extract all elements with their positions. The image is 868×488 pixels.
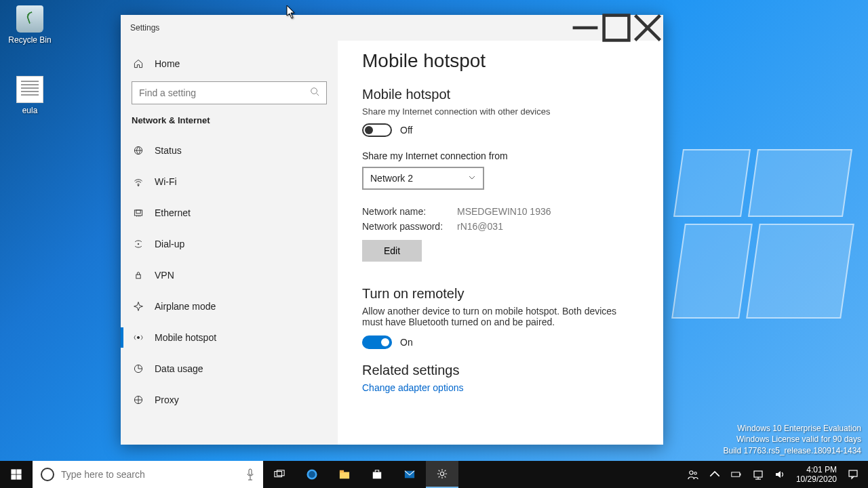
minimize-button[interactable]: [570, 15, 601, 41]
sidebar-category: Network & Internet: [121, 115, 338, 125]
from-dropdown[interactable]: Network 2: [362, 167, 484, 190]
sidebar-item-label: Airplane mode: [155, 301, 216, 312]
mic-icon: [245, 468, 255, 481]
svg-rect-20: [12, 475, 16, 479]
svg-rect-26: [340, 472, 349, 479]
network-name-label: Network name:: [362, 206, 457, 217]
hotspot-icon: [132, 331, 145, 344]
share-toggle-state: Off: [400, 125, 412, 136]
from-label: Share my Internet connection from: [362, 150, 639, 161]
remote-toggle-state: On: [400, 337, 413, 348]
cortana-icon: [41, 468, 54, 481]
taskbar-mail[interactable]: [393, 461, 426, 488]
tray-people[interactable]: [682, 461, 704, 488]
sidebar-item-dialup[interactable]: Dial-up: [121, 228, 338, 260]
taskbar-store[interactable]: [361, 461, 393, 488]
sidebar-home[interactable]: Home: [121, 49, 338, 79]
svg-rect-19: [17, 470, 21, 474]
svg-rect-27: [340, 470, 344, 473]
sidebar-item-proxy[interactable]: Proxy: [121, 384, 338, 415]
svg-line-5: [317, 94, 319, 96]
related-heading: Related settings: [362, 363, 639, 378]
sidebar-item-status[interactable]: Status: [121, 135, 338, 166]
share-heading: Mobile hotspot: [362, 87, 639, 102]
share-toggle[interactable]: Off: [362, 123, 639, 137]
related-link[interactable]: Change adapter options: [362, 382, 639, 393]
watermark-line: Windows 10 Enterprise Evaluation: [724, 423, 862, 434]
maximize-button[interactable]: [601, 15, 632, 41]
network-password-label: Network password:: [362, 221, 457, 232]
dialup-icon: [132, 237, 145, 251]
svg-point-15: [137, 336, 139, 338]
from-dropdown-value: Network 2: [370, 173, 413, 184]
taskbar-search-input[interactable]: [61, 469, 245, 480]
vpn-icon: [132, 268, 145, 282]
desktop-icon-recycle-bin[interactable]: Recycle Bin: [5, 5, 54, 45]
clock-time: 4:01 PM: [796, 465, 837, 474]
page-title: Mobile hotspot: [362, 50, 639, 72]
sidebar-item-label: Ethernet: [155, 207, 191, 218]
svg-point-32: [694, 472, 697, 474]
search-input-box[interactable]: [132, 81, 327, 104]
sidebar-item-airplane[interactable]: Airplane mode: [121, 291, 338, 322]
svg-rect-33: [732, 472, 740, 476]
sidebar-item-label: Wi-Fi: [155, 176, 177, 187]
svg-rect-24: [277, 470, 284, 476]
settings-window: Settings Home Network & Internet Status: [121, 15, 663, 445]
sidebar-item-label: Proxy: [155, 394, 179, 405]
sidebar-item-label: Mobile hotspot: [155, 332, 216, 343]
desktop-watermark: Windows 10 Enterprise Evaluation Windows…: [724, 423, 862, 457]
tray-chevron-up[interactable]: [704, 461, 726, 488]
start-button[interactable]: [0, 461, 33, 488]
taskbar-search[interactable]: [33, 461, 263, 488]
tray-volume-icon[interactable]: [769, 461, 791, 488]
svg-rect-21: [17, 475, 21, 479]
sidebar-item-data[interactable]: Data usage: [121, 353, 338, 384]
svg-rect-9: [136, 210, 140, 214]
svg-rect-1: [604, 16, 629, 41]
ethernet-icon: [132, 206, 145, 220]
sidebar-item-hotspot[interactable]: Mobile hotspot: [121, 322, 338, 353]
task-view-button[interactable]: [263, 461, 296, 488]
chevron-down-icon: [468, 173, 476, 184]
svg-rect-35: [754, 471, 762, 477]
desktop-icon-eula[interactable]: eula: [5, 76, 54, 115]
svg-rect-38: [849, 470, 857, 476]
tray-battery-icon[interactable]: [726, 461, 747, 488]
svg-point-7: [138, 185, 139, 186]
search-input[interactable]: [139, 87, 310, 98]
titlebar[interactable]: Settings: [121, 15, 663, 41]
search-icon: [310, 87, 319, 99]
taskbar-explorer[interactable]: [328, 461, 361, 488]
network-name-value: MSEDGEWIN10 1936: [457, 206, 551, 217]
svg-rect-18: [12, 470, 16, 474]
taskbar-clock[interactable]: 4:01 PM 10/29/2020: [791, 465, 842, 485]
remote-toggle[interactable]: On: [362, 336, 639, 349]
mouse-cursor: [286, 5, 296, 22]
watermark-line: Build 17763.rs5_release.180914-1434: [724, 445, 862, 457]
text-file-icon: [16, 76, 43, 103]
tray-action-center[interactable]: [842, 461, 864, 488]
edit-button[interactable]: Edit: [362, 240, 422, 262]
tray-network-icon[interactable]: [747, 461, 769, 488]
sidebar-item-label: Status: [155, 145, 182, 156]
sidebar-item-wifi[interactable]: Wi-Fi: [121, 166, 338, 197]
clock-date: 10/29/2020: [796, 474, 837, 484]
desktop-icon-label: eula: [5, 106, 54, 115]
taskbar: 4:01 PM 10/29/2020: [0, 461, 868, 488]
network-password-value: rN16@031: [457, 221, 503, 232]
svg-rect-8: [134, 210, 142, 216]
svg-rect-14: [136, 274, 140, 279]
globe-icon: [132, 144, 145, 157]
taskbar-edge[interactable]: [296, 461, 328, 488]
sidebar-item-vpn[interactable]: VPN: [121, 260, 338, 291]
svg-rect-34: [740, 473, 741, 475]
close-button[interactable]: [632, 15, 663, 41]
remote-desc: Allow another device to turn on mobile h…: [362, 306, 639, 327]
share-subtitle: Share my Internet connection with other …: [362, 106, 639, 117]
desktop-icon-label: Recycle Bin: [5, 35, 54, 45]
svg-point-4: [311, 88, 317, 94]
remote-heading: Turn on remotely: [362, 286, 639, 302]
sidebar-item-ethernet[interactable]: Ethernet: [121, 197, 338, 228]
taskbar-settings[interactable]: [426, 461, 458, 488]
